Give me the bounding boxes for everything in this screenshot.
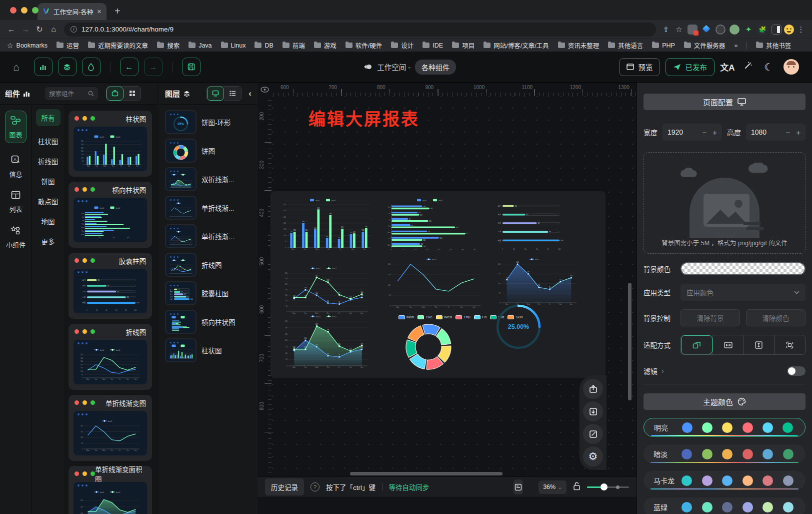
import-button[interactable] [583,401,603,421]
bar-chart[interactable]: data1data2050100150200250300350MonTueWed… [280,197,372,252]
category-item[interactable]: 饼图 [42,176,55,186]
browser-menu-icon[interactable]: ⋮ [795,25,807,34]
other-bookmarks[interactable]: 其他书签 [756,41,791,50]
back-icon[interactable]: ← [5,25,18,34]
browser-profile-avatar[interactable] [784,25,794,35]
bookmark-folder[interactable]: 设计 [391,41,414,50]
layer-item[interactable]: 折线图 [165,253,252,277]
user-avatar[interactable] [784,59,799,75]
height-stepper[interactable]: 1080 −+ [746,124,806,141]
horizontal-bar-chart[interactable]: data1data2050100150200250300350Sun130160… [384,197,482,252]
magic-wand-icon[interactable] [740,61,756,73]
zoom-window-button[interactable] [32,7,38,14]
components-panel-toggle-button[interactable] [34,58,52,76]
history-button[interactable]: 历史记录 [265,478,304,495]
layer-item[interactable]: 双折线渐... [165,167,252,191]
legend-item[interactable]: Fri [474,315,486,319]
save-button[interactable] [182,58,200,76]
category-item[interactable]: 柱状图 [38,136,58,146]
ruler-corner[interactable] [258,83,272,96]
component-card[interactable]: 柱状图data1data2050100150200250300350MonTue… [68,111,152,177]
category-item[interactable]: 所有 [36,109,60,126]
project-name-badge[interactable]: 各种组件 [415,60,456,75]
theme-row-暗淡[interactable]: 暗淡 [644,444,806,463]
component-card[interactable]: 折线图data1data2050100150200250300350MonTue… [68,324,152,390]
component-card[interactable]: 单折线渐变图data1050100150200MonTueWedThuFriSa… [68,395,152,461]
redo-button[interactable]: → [144,58,162,76]
bookmark-folder[interactable]: 游戏 [314,41,336,50]
undo-button[interactable]: ← [120,58,138,76]
close-window-button[interactable] [10,7,16,14]
grid-view-toggle-button[interactable] [124,87,140,101]
extension-icon[interactable] [702,25,712,35]
extension-icon[interactable]: ✦ [744,25,754,35]
horizontal-scrollbar[interactable] [350,472,502,475]
legend-item[interactable]: Mon [398,315,414,319]
legend-item[interactable]: Thu [456,315,470,319]
dashboard-title-text[interactable]: 编辑大屏报表 [308,106,420,130]
component-library-toggle-button[interactable] [106,87,124,101]
bookmarks-manager[interactable]: ☆ Bookmarks [7,42,48,50]
zoom-slider[interactable] [587,486,629,488]
home-icon[interactable]: ⌂ [47,25,60,34]
layer-item[interactable]: 25%饼图-环形 [165,110,252,134]
details-panel-toggle-button[interactable] [82,58,100,76]
dark-mode-moon-icon[interactable]: ☾ [761,61,776,73]
reload-icon[interactable]: ↻ [33,25,46,34]
ring-progress-chart[interactable]: 25.00% [494,302,542,351]
decrement-icon[interactable]: − [702,128,706,137]
thumbnail-view-button[interactable] [207,87,224,101]
browser-tab[interactable]: 工作空间-各种组件 ✕ [38,3,106,20]
background-upload-dropzone[interactable]: 背景图需小于 5M ，格式为 png/jpg/gif 的文件 [644,152,806,254]
layer-item[interactable]: 柱状图 [165,338,252,362]
category-item[interactable]: 散点图 [38,196,58,206]
list-view-button[interactable] [224,87,241,101]
layer-item[interactable]: 饼图 [165,139,252,163]
address-bar[interactable]: i 127.0.0.1:3000/#/chart/home/9 [64,23,656,37]
clear-color-button[interactable]: 清除颜色 [746,309,806,326]
extension-icon[interactable] [716,25,726,35]
fit-stretch-button[interactable] [774,335,805,354]
bookmark-star-icon[interactable]: ☆ [673,25,685,34]
bookmark-folder[interactable]: DB [254,41,273,50]
increment-icon[interactable]: + [712,128,717,137]
pie-donut-chart[interactable] [404,322,452,371]
bookmark-folder[interactable]: 网站/博客/文章/工具 [484,41,548,50]
single-line-area-chart[interactable]: data1050100150200MonTueWedThuFriSatSun12… [494,256,580,307]
note-panel-button[interactable] [514,479,524,494]
sidebar-tab-widgets[interactable]: 小组件 [6,226,26,249]
publish-button[interactable]: 已发布 [666,58,714,76]
theme-row-明亮[interactable]: 明亮 [644,418,806,437]
sidebar-tab-list[interactable]: 列表 [9,191,22,214]
bookmark-folder[interactable]: 项目 [452,41,474,50]
category-item[interactable]: 折线图 [38,156,58,166]
dashboard-panel[interactable]: data1data2050100150200250300350MonTueWed… [270,191,606,378]
zoom-select[interactable]: 36% ⌄ [538,480,566,494]
component-card[interactable]: 单折线渐变面积图data1data20100200300MonTueWedThu… [68,466,152,514]
fit-scale-button[interactable] [681,335,712,354]
search-input[interactable]: 搜索组件 [45,87,98,100]
minimize-window-button[interactable] [21,7,28,14]
component-card[interactable]: 横向柱状图data1data20100200300SunSatFriThuWed… [68,182,152,248]
sidebar-tab-info[interactable]: A信息 [9,155,22,179]
bookmark-folder[interactable]: Java [188,41,212,50]
bookmark-folder[interactable]: 文件服务器 [684,41,726,50]
theme-row-蓝绿[interactable]: 蓝绿 [644,497,806,514]
extension-icon[interactable] [730,25,740,35]
single-line-gradient-chart[interactable]: data1050100150200MonTueWedThuFriSatSun [384,256,484,310]
translate-icon[interactable]: 文A [720,61,735,73]
export-button[interactable] [583,379,603,399]
editor-canvas[interactable]: 6007008009001000110012001300 20030040050… [258,83,636,514]
width-stepper[interactable]: 1920 −+ [662,124,722,141]
chevron-right-icon[interactable]: › [662,367,664,375]
help-icon[interactable]: ? [310,482,320,491]
bookmark-folder[interactable]: 其他语言 [608,41,643,50]
decrement-icon[interactable]: − [786,128,790,137]
bookmark-folder[interactable]: Linux [221,41,246,50]
edit-button[interactable] [583,424,603,444]
component-card[interactable]: 胶囊柱图厦门20南阳40北京60上海80新疆100020406080100 [68,253,152,319]
bookmark-folder[interactable]: 软件/硬件 [346,41,382,50]
layer-item[interactable]: 单折线渐... [165,196,252,220]
window-controls[interactable] [10,7,38,14]
collapse-panel-icon[interactable]: ‹ [248,89,252,99]
